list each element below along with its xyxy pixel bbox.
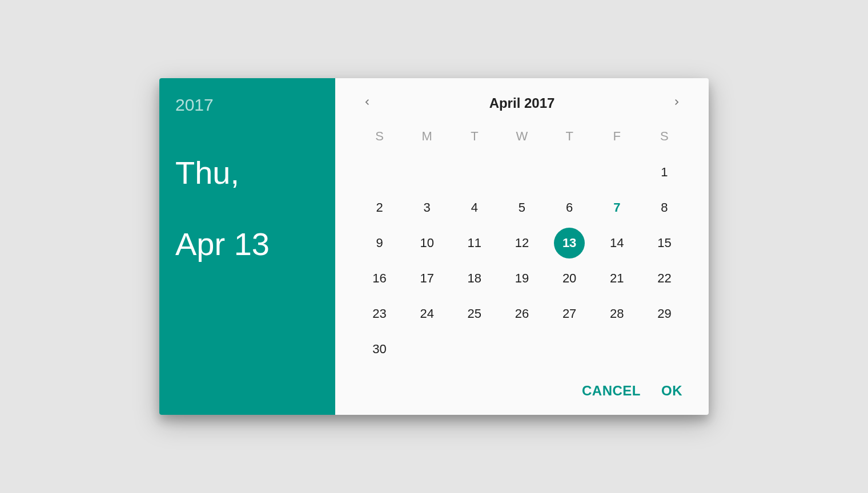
day-of-week-label: S (356, 124, 403, 149)
day-cell: 1 (641, 155, 688, 190)
dialog-actions: CANCEL OK (356, 383, 688, 402)
day-cell: 9 (356, 225, 403, 261)
day-of-week-label: M (403, 124, 451, 149)
day-21[interactable]: 21 (601, 263, 632, 294)
day-of-week-label: W (498, 124, 545, 149)
day-of-week-label: F (593, 124, 641, 149)
day-cell: 17 (403, 261, 451, 296)
day-cell: 14 (593, 225, 641, 261)
day-28[interactable]: 28 (601, 298, 632, 329)
day-cell: 27 (546, 296, 593, 332)
panel-date-line2: Apr 13 (175, 226, 270, 262)
day-26[interactable]: 26 (507, 298, 537, 329)
day-cell: 23 (356, 296, 403, 332)
day-cell: 22 (641, 261, 688, 296)
day-of-week-label: S (641, 124, 688, 149)
day-cell: 21 (593, 261, 641, 296)
day-14[interactable]: 14 (601, 228, 632, 258)
empty-cell (498, 155, 545, 190)
day-cell: 25 (451, 296, 498, 332)
day-of-week-row: SMTWTFS (356, 124, 688, 149)
day-cell: 15 (641, 225, 688, 261)
date-selector[interactable]: Thu, Apr 13 (175, 119, 319, 262)
day-cell: 13 (546, 225, 593, 261)
day-cell: 2 (356, 190, 403, 225)
day-11[interactable]: 11 (459, 228, 490, 258)
day-cell: 4 (451, 190, 498, 225)
empty-cell (451, 155, 498, 190)
day-of-week-label: T (546, 124, 593, 149)
day-cell: 16 (356, 261, 403, 296)
month-navigation: April 2017 (356, 88, 688, 118)
day-27[interactable]: 27 (554, 298, 585, 329)
calendar-content: April 2017 SMTWTFS 123456789101112131415… (335, 78, 709, 415)
day-cell: 8 (641, 190, 688, 225)
day-cell: 19 (498, 261, 545, 296)
day-cell: 11 (451, 225, 498, 261)
day-cell: 28 (593, 296, 641, 332)
day-16[interactable]: 16 (364, 263, 395, 294)
day-8[interactable]: 8 (649, 192, 680, 223)
day-cell: 5 (498, 190, 545, 225)
day-22[interactable]: 22 (649, 263, 680, 294)
day-3[interactable]: 3 (412, 192, 443, 223)
day-5[interactable]: 5 (507, 192, 537, 223)
day-cell: 7 (593, 190, 641, 225)
day-cell: 30 (356, 332, 403, 367)
day-cell: 6 (546, 190, 593, 225)
day-of-week-label: T (451, 124, 498, 149)
empty-cell (546, 155, 593, 190)
empty-cell (356, 155, 403, 190)
empty-cell (593, 155, 641, 190)
day-2[interactable]: 2 (364, 192, 395, 223)
day-25[interactable]: 25 (459, 298, 490, 329)
day-20[interactable]: 20 (554, 263, 585, 294)
selected-date-panel: 2017 Thu, Apr 13 (159, 78, 335, 415)
day-15[interactable]: 15 (649, 228, 680, 258)
chevron-left-icon (361, 96, 373, 110)
day-23[interactable]: 23 (364, 298, 395, 329)
day-cell: 24 (403, 296, 451, 332)
day-30[interactable]: 30 (364, 334, 395, 365)
chevron-right-icon (671, 96, 682, 110)
day-cell: 10 (403, 225, 451, 261)
day-18[interactable]: 18 (459, 263, 490, 294)
day-4[interactable]: 4 (459, 192, 490, 223)
prev-month-button[interactable] (356, 92, 379, 115)
day-19[interactable]: 19 (507, 263, 537, 294)
day-cell: 20 (546, 261, 593, 296)
cancel-button[interactable]: CANCEL (582, 383, 641, 399)
year-selector[interactable]: 2017 (175, 95, 319, 115)
day-29[interactable]: 29 (649, 298, 680, 329)
month-year-title: April 2017 (489, 95, 555, 111)
days-grid: 1234567891011121314151617181920212223242… (356, 155, 688, 367)
day-1[interactable]: 1 (649, 157, 680, 188)
day-9[interactable]: 9 (364, 228, 395, 258)
day-12[interactable]: 12 (507, 228, 537, 258)
day-cell: 12 (498, 225, 545, 261)
empty-cell (403, 155, 451, 190)
day-10[interactable]: 10 (412, 228, 443, 258)
day-cell: 26 (498, 296, 545, 332)
day-6[interactable]: 6 (554, 192, 585, 223)
day-24[interactable]: 24 (412, 298, 443, 329)
date-picker-dialog: 2017 Thu, Apr 13 April 2017 SMTWTFS 1234… (159, 78, 709, 415)
day-17[interactable]: 17 (412, 263, 443, 294)
next-month-button[interactable] (665, 92, 688, 115)
panel-date-line1: Thu, (175, 155, 239, 191)
ok-button[interactable]: OK (661, 383, 682, 399)
day-cell: 3 (403, 190, 451, 225)
day-13[interactable]: 13 (554, 228, 585, 258)
day-cell: 29 (641, 296, 688, 332)
day-cell: 18 (451, 261, 498, 296)
day-7[interactable]: 7 (601, 192, 632, 223)
